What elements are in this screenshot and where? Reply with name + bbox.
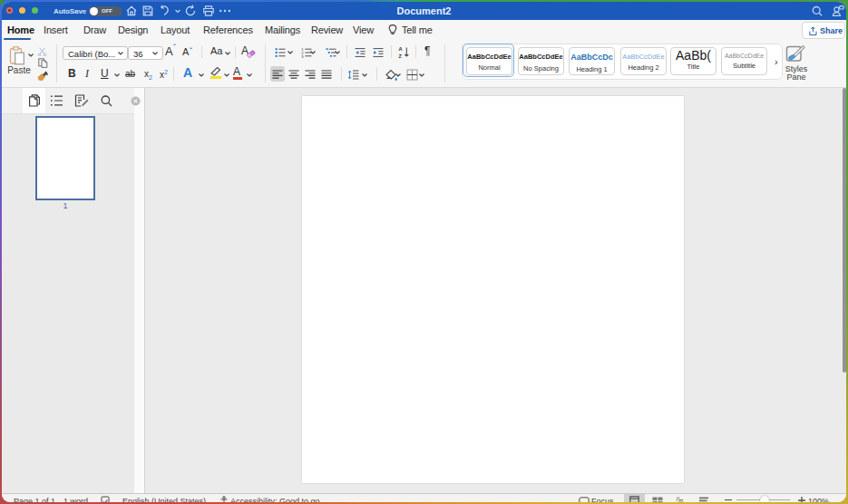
svg-text:Z: Z [398,53,402,59]
svg-text:3: 3 [301,54,304,59]
svg-text:A: A [398,46,402,52]
